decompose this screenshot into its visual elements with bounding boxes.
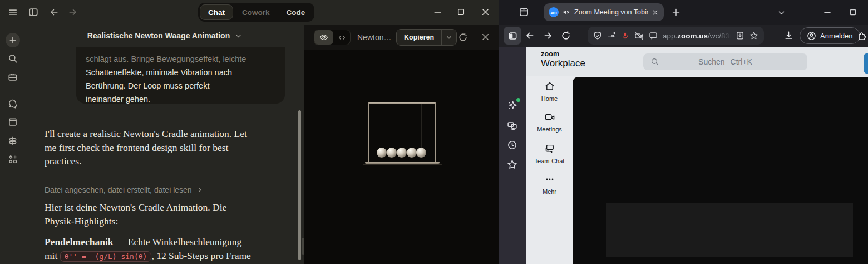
assistant-line: Physik-Highlights: [45,214,226,228]
minimize-button[interactable] [433,7,442,17]
browser-side-rail [499,47,526,264]
search-shortcut: Ctrl+K [731,57,752,66]
zoom-workplace-logo[interactable]: zoom Workplace [541,51,585,69]
bookmark-star-icon[interactable] [749,31,758,40]
save-page-icon[interactable] [736,31,744,40]
bold-term: Pendelmechanik [45,236,113,247]
back-icon[interactable] [49,7,59,17]
nav-item-home[interactable]: Home [526,81,573,102]
forward-icon[interactable] [68,7,78,17]
site-permissions-icon[interactable] [607,31,616,40]
browser-window: zm Zoom Meeting von Tobias K [499,0,868,264]
preview-header: Newton… Kopieren [304,25,499,50]
cradle-string [412,104,412,148]
microphone-active-icon[interactable] [621,32,629,40]
assistant-line: Pendelmechanik — Echte Winkelbeschleunig… [45,235,251,249]
close-preview-icon[interactable] [481,32,490,42]
cradle-post [435,102,436,163]
nav-item-more[interactable]: Mehr [526,174,573,195]
back-icon[interactable] [525,31,535,41]
integrations-icon[interactable] [8,154,18,164]
bookmarks-star-icon[interactable] [507,159,517,170]
reload-icon[interactable] [561,31,571,41]
tab-manager-icon[interactable] [519,7,529,17]
address-bar[interactable]: app.zoom.us/wc/836 [588,27,764,45]
cradle-string [402,104,402,148]
assistant-message: I'll create a realistic Newton's Cradle … [45,127,247,168]
menu-icon[interactable] [8,7,18,17]
claude-sidebar [0,25,26,264]
site-security-icon[interactable] [593,31,602,40]
briefcase-icon[interactable] [8,72,18,82]
refresh-icon[interactable] [458,32,468,42]
extensions-puzzle-icon[interactable] [857,31,867,40]
browser-sidebar-toggle[interactable] [504,27,521,45]
minimize-button[interactable] [823,8,832,17]
projects-icon[interactable] [8,117,18,127]
zoom-sidebar-nav: Home Meetings Team-Chat [526,76,573,264]
inline-code: θ'' = -(g/L) sin(θ) [60,251,152,262]
meeting-content-tile [606,203,853,257]
copy-menu-caret[interactable] [442,30,456,45]
nav-label: Mehr [542,188,556,195]
header-blue-button-fragment[interactable] [864,53,868,74]
signin-label: Anmelden [820,32,853,40]
chevron-right-icon [196,187,203,193]
browser-toolbar: app.zoom.us/wc/836 Anmelden [499,25,868,47]
assistant-line: I'll create a realistic Newton's Cradle … [45,127,247,141]
tab-chat[interactable]: Chat [200,4,233,20]
maximize-button[interactable] [456,7,466,17]
tab-muted-icon[interactable] [563,8,570,16]
downloads-icon[interactable] [784,31,793,40]
chevron-down-icon[interactable] [235,32,242,40]
chat-bubble-icon[interactable] [649,31,658,40]
sidebar-toggle-icon[interactable] [28,7,38,17]
search-placeholder: Suchen [698,57,724,66]
tab-title: Zoom Meeting von Tobias K [574,8,648,16]
devices-icon[interactable] [507,121,517,131]
tool-activity-row[interactable]: Datei angesehen, datei erstellt, datei l… [45,185,203,194]
chat-scrollbar[interactable] [298,110,301,260]
ai-online-dot [516,98,520,102]
preview-eye-icon[interactable] [314,30,333,45]
preview-code-icon[interactable] [333,30,350,45]
meeting-video-area [573,77,868,264]
close-button[interactable] [481,7,490,17]
chats-icon[interactable] [8,99,18,109]
cradle-string [421,104,422,148]
history-clock-icon[interactable] [507,140,517,150]
newtons-cradle-canvas [304,50,499,264]
tab-code[interactable]: Code [279,4,313,20]
url-text[interactable]: app.zoom.us/wc/836 [663,32,731,40]
forward-icon[interactable] [543,31,553,41]
ai-assistant-icon[interactable] [507,100,518,111]
search-icon[interactable] [8,53,18,63]
preview-mode-toggle [314,30,351,45]
maximize-button[interactable] [849,8,857,17]
assistant-message: Hier ist deine Newton's Cradle Animation… [45,201,226,228]
tab-close-icon[interactable] [652,9,659,16]
nav-item-team-chat[interactable]: Team-Chat [526,143,573,164]
tab-list-caret-icon[interactable] [777,9,786,17]
copy-split-button: Kopieren [396,29,457,46]
claude-window: Chat Cowork Code [0,0,499,264]
more-dots-icon [544,174,555,185]
search-input[interactable]: Suchen Ctrl+K [643,53,807,70]
signin-button[interactable]: Anmelden [800,27,860,44]
new-tab-icon[interactable] [672,8,680,17]
nav-item-meetings[interactable]: Meetings [526,111,573,133]
copy-button[interactable]: Kopieren [397,30,441,45]
camera-off-icon[interactable] [634,31,644,41]
search-icon [650,57,659,66]
new-chat-button[interactable] [6,33,20,47]
tab-cowork[interactable]: Cowork [234,4,278,20]
automations-icon[interactable] [8,136,18,146]
browser-tab-active[interactable]: zm Zoom Meeting von Tobias K [544,3,664,21]
profile-icon [807,31,816,41]
chat-title-row[interactable]: Realistische Newton Waage Animation [26,25,303,47]
cradle-ball [387,148,397,158]
zoom-favicon: zm [549,7,559,17]
claude-titlebar: Chat Cowork Code [0,0,499,25]
zoom-header: zoom Workplace Suchen Ctrl+K [526,47,868,76]
cradle-ball [416,148,426,158]
